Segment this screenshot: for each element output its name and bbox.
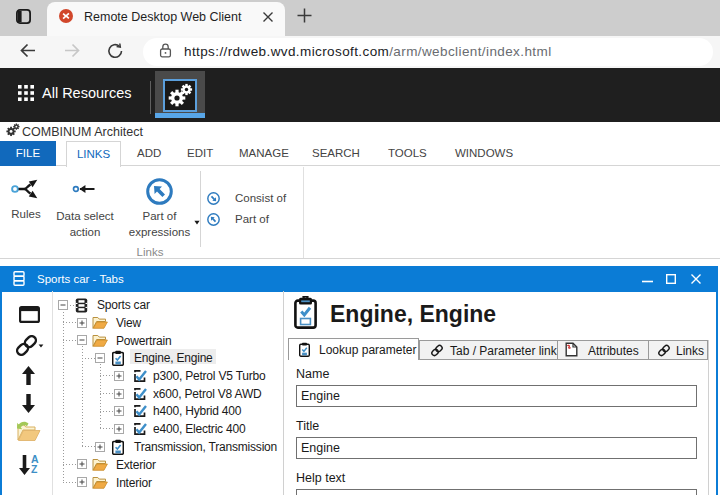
svg-text:Z: Z xyxy=(31,463,38,475)
